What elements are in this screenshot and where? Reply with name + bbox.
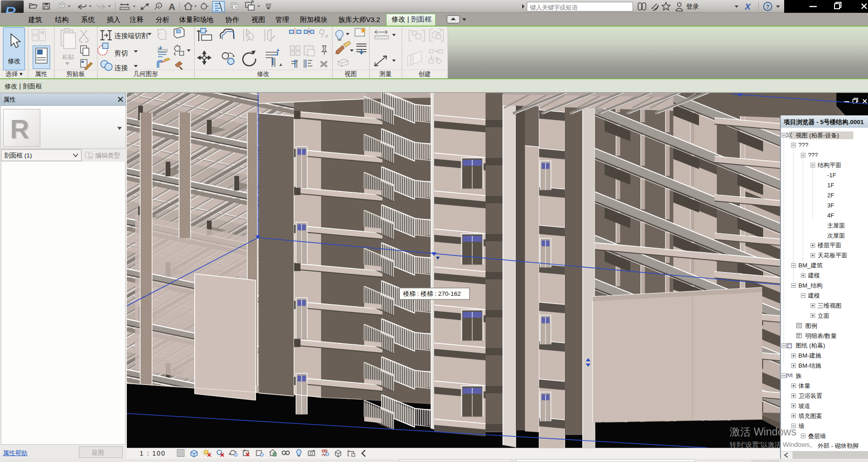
svg-text:外部 - 砌块勒脚: 外部 - 砌块勒脚 [817, 442, 859, 449]
svg-text:建模: 建模 [808, 272, 820, 279]
svg-text:BM-建施: BM-建施 [798, 352, 821, 359]
svg-text:三维视图: 三维视图 [818, 302, 841, 309]
svg-text:登录: 登录 [686, 3, 699, 10]
svg-text:BM_结构: BM_结构 [798, 282, 823, 289]
svg-text:A: A [169, 2, 175, 12]
svg-text:次屋面: 次屋面 [827, 232, 845, 239]
svg-text:粘贴: 粘贴 [62, 54, 74, 60]
svg-text:1: 1 [158, 4, 160, 8]
svg-text:1F: 1F [827, 182, 834, 189]
svg-text:图纸 (柏幕): 图纸 (柏幕) [796, 342, 825, 349]
svg-text:连接: 连接 [115, 64, 128, 71]
svg-text:-1F: -1F [827, 172, 836, 179]
svg-text:BM_建筑: BM_建筑 [798, 262, 823, 269]
svg-text:楼层平面: 楼层平面 [818, 242, 841, 249]
svg-text:图例: 图例 [805, 322, 817, 329]
svg-text:3F: 3F [827, 202, 834, 209]
svg-text:天花板平面: 天花板平面 [818, 252, 847, 259]
svg-text:连接端切割: 连接端切割 [115, 32, 148, 39]
svg-text:墙: 墙 [798, 423, 804, 429]
svg-text:填充图案: 填充图案 [798, 413, 822, 419]
svg-text:楼梯 : 楼梯 : 270-162: 楼梯 : 楼梯 : 270-162 [403, 290, 461, 297]
svg-text:叠层墙: 叠层墙 [808, 433, 826, 440]
svg-text:???: ??? [798, 141, 808, 148]
svg-text:X: X [744, 2, 751, 11]
svg-text:BM-结施: BM-结施 [798, 362, 821, 369]
svg-text:坡道: 坡道 [798, 402, 810, 409]
svg-text:2F: 2F [827, 192, 834, 199]
svg-text:体量: 体量 [798, 382, 810, 389]
svg-text:结构平面: 结构平面 [818, 162, 841, 168]
svg-text:???: ??? [808, 152, 818, 158]
svg-text:视图 (柏慕-设备): 视图 (柏慕-设备) [796, 132, 839, 139]
svg-text:?: ? [766, 3, 770, 10]
svg-text:族: 族 [796, 372, 802, 379]
svg-text:建模: 建模 [808, 292, 820, 299]
svg-text:剪切: 剪切 [115, 49, 128, 57]
svg-text:修改: 修改 [7, 57, 21, 65]
svg-text:4F: 4F [827, 212, 834, 219]
svg-text:立面: 立面 [818, 312, 830, 319]
svg-text:卫浴装置: 卫浴装置 [798, 392, 822, 399]
svg-text:主屋面: 主屋面 [827, 222, 845, 229]
svg-text:明细表/数量: 明细表/数量 [805, 332, 837, 339]
